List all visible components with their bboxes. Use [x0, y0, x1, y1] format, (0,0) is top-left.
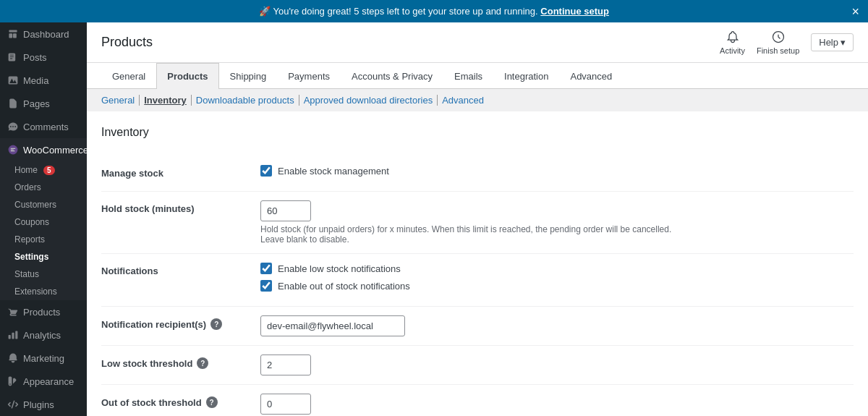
tab-products[interactable]: Products: [156, 63, 218, 89]
woocommerce-submenu: Home 5 Orders Customers Coupons Reports …: [0, 161, 87, 300]
low-stock-notification-row: Enable low stock notifications: [260, 263, 854, 274]
sidebar-sub-status-label: Status: [14, 269, 39, 279]
tab-emails[interactable]: Emails: [443, 63, 493, 89]
sidebar-label-media: Media: [23, 75, 48, 86]
subnav-general[interactable]: General: [101, 95, 140, 106]
section-title: Inventory: [101, 126, 854, 145]
form-content: Inventory Manage stock Enable stock mana…: [87, 111, 868, 416]
row-manage-stock: Manage stock Enable stock management: [101, 156, 854, 192]
label-low-stock-threshold: Low stock threshold: [101, 358, 192, 369]
out-of-stock-notification-checkbox[interactable]: [260, 280, 272, 292]
sidebar-sub-home-label: Home: [14, 165, 38, 175]
tab-advanced[interactable]: Advanced: [559, 63, 623, 89]
subnav-downloadable[interactable]: Downloadable products: [192, 95, 299, 106]
settings-form-table: Manage stock Enable stock management: [101, 156, 854, 416]
sidebar-sub-reports[interactable]: Reports: [0, 231, 87, 248]
sidebar-item-dashboard[interactable]: Dashboard: [0, 22, 87, 46]
sidebar-item-media[interactable]: Media: [0, 69, 87, 92]
activity-button[interactable]: Activity: [720, 30, 745, 55]
sidebar-label-analytics: Analytics: [23, 330, 61, 341]
tab-accounts-privacy[interactable]: Accounts & Privacy: [341, 63, 443, 89]
sidebar-sub-coupons[interactable]: Coupons: [0, 213, 87, 231]
sidebar-label-dashboard: Dashboard: [23, 29, 69, 40]
tab-payments[interactable]: Payments: [277, 63, 341, 89]
help-icon-out-of-stock[interactable]: ?: [206, 396, 218, 408]
sidebar-sub-orders-label: Orders: [14, 182, 41, 192]
help-chevron-icon: ▾: [841, 37, 846, 48]
sidebar-item-pages[interactable]: Pages: [0, 92, 87, 115]
row-hold-stock: Hold stock (minutes) Hold stock (for unp…: [101, 192, 854, 254]
sidebar-item-appearance[interactable]: Appearance: [0, 370, 87, 393]
sidebar-label-marketing: Marketing: [23, 353, 64, 364]
sidebar-item-analytics[interactable]: Analytics: [0, 323, 87, 347]
out-of-stock-notification-label: Enable out of stock notifications: [278, 281, 410, 292]
sidebar-sub-customers-label: Customers: [14, 200, 56, 210]
hold-stock-help: Hold stock (for unpaid orders) for x min…: [260, 224, 694, 245]
sidebar-sub-settings-label: Settings: [14, 252, 48, 262]
banner-link[interactable]: Continue setup: [540, 6, 609, 17]
subnav-inventory[interactable]: Inventory: [140, 95, 192, 106]
label-notification-recipient: Notification recipient(s): [101, 319, 206, 330]
help-icon-low-stock[interactable]: ?: [197, 357, 208, 369]
label-manage-stock: Manage stock: [101, 168, 163, 179]
tab-general[interactable]: General: [101, 63, 156, 89]
out-of-stock-notification-row: Enable out of stock notifications: [260, 280, 854, 292]
sidebar-label-products: Products: [23, 307, 60, 318]
top-bar: Products Activity Finish setup Help ▾: [87, 22, 868, 63]
main-content: General Products Shipping Payments Accou…: [87, 63, 868, 416]
sidebar-sub-extensions[interactable]: Extensions: [0, 283, 87, 300]
finish-setup-button[interactable]: Finish setup: [757, 30, 799, 55]
manage-stock-checkbox[interactable]: [260, 165, 272, 177]
sidebar-item-products[interactable]: Products: [0, 300, 87, 323]
tab-shipping[interactable]: Shipping: [219, 63, 278, 89]
tab-integration[interactable]: Integration: [493, 63, 559, 89]
sidebar-sub-reports-label: Reports: [14, 234, 45, 245]
help-label: Help: [819, 37, 838, 48]
sidebar-sub-extensions-label: Extensions: [14, 286, 57, 297]
settings-tabs: General Products Shipping Payments Accou…: [87, 63, 868, 89]
sidebar-item-comments[interactable]: Comments: [0, 115, 87, 138]
banner-text: 🚀 You're doing great! 5 steps left to ge…: [259, 6, 538, 17]
low-stock-notification-checkbox[interactable]: [260, 263, 272, 274]
sub-nav: General Inventory Downloadable products …: [87, 89, 868, 111]
sidebar-label-plugins: Plugins: [23, 399, 54, 410]
manage-stock-checkbox-row: Enable stock management: [260, 165, 854, 177]
sidebar-item-marketing[interactable]: Marketing: [0, 347, 87, 370]
help-button[interactable]: Help ▾: [811, 33, 854, 51]
notification-recipient-input[interactable]: [260, 315, 405, 336]
subnav-approved-dirs[interactable]: Approved download directories: [299, 95, 438, 106]
activity-label: Activity: [720, 46, 745, 55]
sidebar-sub-orders[interactable]: Orders: [0, 179, 87, 196]
sidebar-item-woocommerce[interactable]: WooCommerce: [0, 138, 87, 161]
hold-stock-input[interactable]: [260, 200, 311, 221]
finish-setup-label: Finish setup: [757, 46, 799, 55]
sidebar-item-plugins[interactable]: Plugins: [0, 393, 87, 416]
top-bar-actions: Activity Finish setup Help ▾: [720, 30, 854, 55]
sidebar-sub-home[interactable]: Home 5: [0, 161, 87, 179]
home-badge: 5: [43, 166, 55, 175]
sidebar-label-appearance: Appearance: [23, 376, 74, 387]
subnav-advanced[interactable]: Advanced: [438, 95, 488, 106]
sidebar-sub-customers[interactable]: Customers: [0, 196, 87, 213]
row-notifications: Notifications Enable low stock notificat…: [101, 254, 854, 307]
sidebar-label-comments: Comments: [23, 122, 69, 132]
manage-stock-checkbox-label: Enable stock management: [278, 166, 389, 177]
sidebar-label-woocommerce: WooCommerce: [23, 145, 87, 156]
label-out-of-stock-threshold: Out of stock threshold: [101, 397, 202, 408]
row-out-of-stock-threshold: Out of stock threshold ?: [101, 385, 854, 417]
label-notifications: Notifications: [101, 266, 158, 276]
page-title: Products: [101, 35, 153, 50]
sidebar-label-pages: Pages: [23, 98, 50, 109]
banner-close[interactable]: ×: [851, 5, 859, 18]
help-icon-recipient[interactable]: ?: [210, 318, 222, 330]
row-low-stock-threshold: Low stock threshold ?: [101, 346, 854, 385]
low-stock-notification-label: Enable low stock notifications: [278, 263, 401, 274]
sidebar-sub-settings[interactable]: Settings: [0, 248, 87, 266]
out-of-stock-threshold-input[interactable]: [260, 394, 311, 415]
sidebar-item-posts[interactable]: Posts: [0, 46, 87, 69]
low-stock-threshold-input[interactable]: [260, 355, 311, 375]
sidebar: Dashboard Posts Media Pages Comments Woo…: [0, 22, 87, 416]
row-notification-recipient: Notification recipient(s) ?: [101, 307, 854, 346]
sidebar-sub-status[interactable]: Status: [0, 266, 87, 283]
sidebar-label-posts: Posts: [23, 52, 47, 63]
